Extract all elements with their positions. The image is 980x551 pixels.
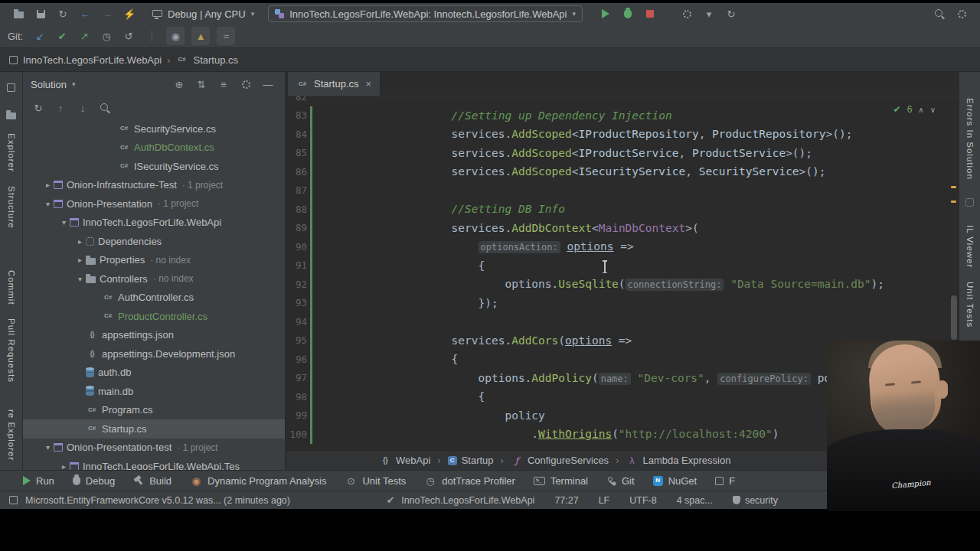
- code-line-82[interactable]: 82: [286, 96, 959, 106]
- debug-button[interactable]: [619, 5, 637, 23]
- breadcrumb-file[interactable]: Startup.cs: [194, 54, 239, 66]
- refresh-tree-button[interactable]: ↻: [29, 99, 47, 117]
- toolwindow-git-button[interactable]: Git: [606, 475, 635, 487]
- tool-window-toggle-icon[interactable]: [9, 496, 18, 504]
- scrollbar-thumb[interactable]: [951, 295, 957, 340]
- search-everywhere-button[interactable]: [930, 5, 949, 23]
- save-all-button[interactable]: [31, 5, 50, 23]
- chevron-collapsed-icon[interactable]: ▸: [58, 462, 70, 470]
- tree-item-startup-cs[interactable]: C#Startup.cs: [23, 419, 285, 439]
- push-commits-button[interactable]: ↗: [75, 27, 93, 45]
- hide-panel-button[interactable]: —: [259, 75, 277, 93]
- code-line-92[interactable]: 92 options.UseSqlite(connectionString: "…: [286, 275, 959, 294]
- move-down-button[interactable]: ↓: [74, 99, 92, 117]
- run-button[interactable]: [596, 5, 615, 23]
- stripe-tab-explorer[interactable]: Explorer: [7, 133, 16, 172]
- status-indent[interactable]: 4 spac...: [677, 495, 713, 506]
- warning-stripe-mark[interactable]: [951, 186, 956, 188]
- profiler-dropdown-button[interactable]: ▾: [700, 5, 718, 23]
- code-line-88[interactable]: 88 //Setting DB Info: [286, 200, 959, 219]
- tree-item-onion-presentation[interactable]: ▾Onion-Presentation· 1 project: [23, 194, 285, 214]
- status-security[interactable]: security: [733, 495, 778, 506]
- tree-item-appsettings-json[interactable]: {}appsettings.json: [23, 326, 285, 345]
- toolwindow-debug-button[interactable]: Debug: [73, 475, 115, 487]
- stripe-tab-commit[interactable]: Commit: [7, 270, 16, 305]
- navigate-forward-button[interactable]: →: [98, 5, 116, 23]
- coverage-button[interactable]: ↻: [722, 5, 740, 23]
- chevron-down-icon[interactable]: ∨: [930, 106, 936, 114]
- close-icon[interactable]: ×: [366, 78, 372, 90]
- code-line-89[interactable]: 89 services.AddDbContext<MainDbContext>(: [286, 219, 959, 238]
- stripe-tab-structure[interactable]: Structure: [7, 186, 16, 229]
- warning-stripe-mark[interactable]: [951, 201, 956, 203]
- tree-item-authcontroller-cs[interactable]: C#AuthController.cs: [23, 289, 285, 308]
- code-line-83[interactable]: 83 //Setting up Dependency Injection: [286, 106, 959, 126]
- chevron-collapsed-icon[interactable]: ▸: [74, 237, 86, 246]
- sort-items-button[interactable]: ⇅: [192, 75, 211, 93]
- diff-preview-button[interactable]: ◉: [166, 27, 185, 45]
- breadcrumb-lambda-expression[interactable]: λLambda Expression: [626, 455, 730, 467]
- chevron-expanded-icon[interactable]: ▾: [74, 275, 86, 283]
- tree-item-controllers[interactable]: ▾Controllers· no index: [23, 269, 285, 289]
- tree-item-productcontroller-cs[interactable]: C#ProductController.cs: [23, 307, 285, 326]
- code-line-94[interactable]: 94: [286, 312, 959, 331]
- tree-item-program-cs[interactable]: C#Program.cs: [23, 401, 285, 420]
- navigate-back-button[interactable]: ←: [76, 5, 94, 23]
- stripe-tab-unit-tests[interactable]: Unit Tests: [965, 282, 975, 328]
- tree-item-onion-infrastructure-test[interactable]: ▸Onion-Infrastructure-Test· 1 project: [23, 176, 285, 195]
- chevron-collapsed-icon[interactable]: ▸: [42, 181, 54, 189]
- stripe-tab-errors-in-solution[interactable]: Errors In Solution: [965, 98, 975, 180]
- profiler-button[interactable]: [678, 5, 696, 23]
- tree-item-authdbcontext-cs[interactable]: C#AuthDbContext.cs: [23, 139, 285, 158]
- database-icon[interactable]: [965, 198, 974, 207]
- panel-title[interactable]: Solution: [31, 79, 67, 90]
- toolwindow-unit-tests-button[interactable]: ⊙Unit Tests: [345, 474, 406, 487]
- tree-item-auth-db[interactable]: auth.db: [23, 364, 285, 383]
- inspections-widget[interactable]: ✔ 6 ∧ ∨: [890, 103, 939, 116]
- chevron-down-icon[interactable]: ▾: [72, 80, 76, 88]
- toolwindow-f-button[interactable]: F: [715, 475, 735, 487]
- tree-item-innotech-legosforlife-webapi[interactable]: ▾InnoTech.LegosForLife.WebApi: [23, 214, 285, 233]
- status-solution[interactable]: ✔InnoTech.LegosForLife.WebApi: [384, 494, 534, 507]
- stop-button[interactable]: [641, 5, 659, 23]
- tree-item-onion-presentation-test[interactable]: ▾Onion-Presentation-test· 1 project: [23, 439, 285, 458]
- code-line-87[interactable]: 87: [286, 181, 959, 201]
- commit-changes-button[interactable]: ✔: [53, 27, 71, 45]
- move-up-button[interactable]: ↑: [51, 99, 70, 117]
- status-line-endings[interactable]: LF: [599, 495, 610, 506]
- code-line-91[interactable]: 91 {: [286, 256, 959, 276]
- chevron-collapsed-icon[interactable]: ▸: [74, 256, 86, 264]
- chevron-up-icon[interactable]: ∧: [918, 106, 923, 114]
- code-line-90[interactable]: 90 optionsAction: options =>: [286, 237, 959, 256]
- find-in-tree-button[interactable]: [96, 99, 114, 117]
- tree-item-main-db[interactable]: main.db: [23, 382, 285, 401]
- breadcrumb-startup[interactable]: CStartup: [448, 455, 494, 466]
- tree-item-innotech-legosforlife-webapi-tes[interactable]: ▸InnoTech.LegosForLife.WebApi.Tes: [23, 457, 285, 470]
- code-line-84[interactable]: 84 services.AddScoped<IProductRepository…: [286, 125, 959, 144]
- locate-file-button[interactable]: ⊕: [170, 75, 188, 93]
- collapse-all-button[interactable]: ≡: [214, 75, 233, 93]
- stripe-tab-re-explorer[interactable]: re Explorer: [7, 409, 16, 461]
- toolwindow-dpa-button[interactable]: ◉Dynamic Program Analysis: [190, 474, 326, 487]
- status-encoding[interactable]: UTF-8: [629, 495, 656, 506]
- explorer-pane-button[interactable]: [2, 78, 21, 96]
- toolwindow-nuget-button[interactable]: NNuGet: [653, 475, 697, 487]
- settings-button[interactable]: [952, 5, 971, 23]
- code-line-93[interactable]: 93 });: [286, 294, 959, 313]
- run-config-selector[interactable]: InnoTech.LegosForLife.WebApi: Innotech.L…: [268, 5, 583, 22]
- stripe-tab-il-viewer[interactable]: IL Viewer: [965, 225, 975, 268]
- chevron-expanded-icon[interactable]: ▾: [42, 443, 54, 452]
- tree-item-dependencies[interactable]: ▸Dependencies: [23, 232, 285, 251]
- update-project-button[interactable]: ↙: [31, 27, 49, 45]
- compare-branches-button[interactable]: ≈: [217, 27, 235, 45]
- breadcrumb-webapi[interactable]: {}WebApi: [379, 455, 430, 467]
- open-project-button[interactable]: [9, 5, 28, 23]
- tree-item-isecurityservice-cs[interactable]: C#ISecurityService.cs: [23, 157, 285, 176]
- folders-pane-button[interactable]: [2, 106, 21, 124]
- chevron-expanded-icon[interactable]: ▾: [42, 200, 54, 208]
- changes-view-button[interactable]: ▲: [191, 27, 210, 45]
- status-caret-position[interactable]: 77:27: [554, 495, 578, 506]
- code-line-85[interactable]: 85 services.AddScoped<IProductService, P…: [286, 144, 959, 163]
- toolwindow-run-button[interactable]: Run: [23, 475, 54, 487]
- vcs-history-button[interactable]: ◷: [97, 27, 116, 45]
